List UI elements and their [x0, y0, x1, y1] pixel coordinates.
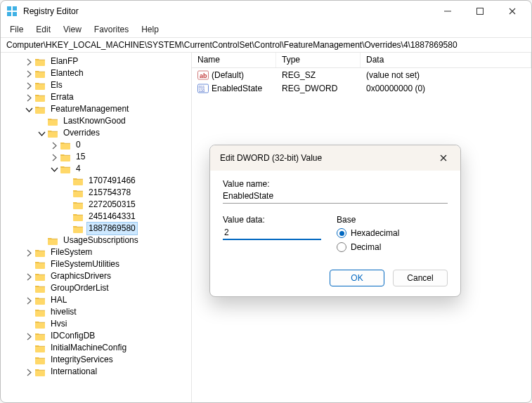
- tree-item-els[interactable]: Els: [2, 79, 191, 91]
- registry-tree[interactable]: ElanFP Elantech Els Errata FeatureManage…: [1, 53, 192, 402]
- column-header-type[interactable]: Type: [276, 53, 361, 67]
- chevron-right-icon[interactable]: [25, 81, 33, 90]
- chevron-right-icon[interactable]: [50, 153, 58, 161]
- menu-edit[interactable]: Edit: [30, 23, 57, 36]
- folder-icon: [34, 105, 46, 114]
- maximize-button[interactable]: [464, 1, 496, 22]
- menu-view[interactable]: View: [57, 23, 88, 36]
- tree-item-filesystemutilities[interactable]: FileSystemUtilities: [2, 258, 191, 270]
- folder-icon: [72, 212, 84, 222]
- folder-icon: [34, 69, 46, 79]
- tree-item-1707491466[interactable]: 1707491466: [2, 175, 191, 187]
- chevron-right-icon[interactable]: [25, 58, 33, 66]
- tree-item-2272050315[interactable]: 2272050315: [2, 199, 191, 211]
- chevron-right-icon[interactable]: [25, 249, 33, 257]
- chevron-down-icon[interactable]: [50, 165, 58, 173]
- splitter-handle[interactable]: [191, 227, 192, 256]
- folder-icon: [34, 343, 46, 353]
- regedit-icon: [6, 6, 18, 17]
- chevron-right-icon[interactable]: [25, 272, 33, 281]
- folder-icon: [34, 81, 46, 91]
- column-header-data[interactable]: Data: [361, 53, 531, 67]
- chevron-right-icon[interactable]: [25, 368, 33, 376]
- radio-hexadecimal[interactable]: Hexadecimal: [337, 228, 399, 238]
- registry-editor-window: Registry Editor File Edit View Favorites…: [0, 0, 532, 403]
- dialog-title: Edit DWORD (32-bit) Value: [220, 153, 434, 163]
- folder-icon: [34, 355, 46, 365]
- close-button[interactable]: [496, 1, 528, 22]
- folder-icon: [34, 308, 46, 317]
- value-data-label: Value data:: [223, 215, 321, 225]
- tree-item-hivelist[interactable]: hivelist: [2, 306, 191, 318]
- value-name-label: Value name:: [223, 179, 448, 189]
- dialog-title-bar[interactable]: Edit DWORD (32-bit) Value: [210, 145, 460, 171]
- string-value-icon: [197, 70, 209, 81]
- tree-item-215754378[interactable]: 215754378: [2, 187, 191, 199]
- folder-icon: [34, 93, 46, 103]
- folder-icon: [60, 140, 71, 150]
- radio-icon: [337, 242, 346, 252]
- tree-item-grouporderlist[interactable]: GroupOrderList: [2, 282, 191, 294]
- chevron-down-icon[interactable]: [25, 105, 33, 114]
- tree-item-1887869580[interactable]: 1887869580: [2, 223, 191, 234]
- address-bar[interactable]: Computer\HKEY_LOCAL_MACHINE\SYSTEM\Curre…: [1, 37, 531, 53]
- tree-item-idconfigdb[interactable]: IDConfigDB: [2, 330, 191, 342]
- value-name-field[interactable]: [223, 190, 448, 204]
- value-row-enabledstate[interactable]: EnabledState REG_DWORD 0x00000000 (0): [192, 81, 531, 95]
- folder-icon: [47, 117, 58, 126]
- tree-item-lastknowngood[interactable]: LastKnownGood: [2, 115, 191, 127]
- folder-icon: [34, 319, 46, 329]
- tree-item-elantech[interactable]: Elantech: [2, 67, 191, 79]
- tree-item-hvsi[interactable]: Hvsi: [2, 318, 191, 330]
- folder-icon: [34, 272, 46, 282]
- tree-item-2451464331[interactable]: 2451464331: [2, 211, 191, 223]
- tree-item-overrides[interactable]: Overrides: [2, 127, 191, 139]
- tree-item-errata[interactable]: Errata: [2, 91, 191, 103]
- value-data-input[interactable]: [223, 226, 321, 240]
- tree-item-filesystem[interactable]: FileSystem: [2, 246, 191, 258]
- tree-item-featuremanagement[interactable]: FeatureManagement: [2, 103, 191, 115]
- menu-file[interactable]: File: [4, 23, 30, 36]
- base-label: Base: [337, 215, 399, 225]
- folder-icon: [72, 188, 84, 198]
- ok-button[interactable]: OK: [330, 270, 384, 286]
- chevron-right-icon[interactable]: [25, 296, 33, 305]
- folder-icon: [60, 152, 71, 162]
- tree-item-integrityservices[interactable]: IntegrityServices: [2, 354, 191, 366]
- folder-icon: [34, 57, 46, 67]
- tree-item-usagesubscriptions[interactable]: UsageSubscriptions: [2, 234, 191, 246]
- dialog-close-button[interactable]: [434, 148, 453, 168]
- window-title: Registry Editor: [23, 6, 79, 16]
- folder-icon: [72, 200, 84, 210]
- tree-item-15[interactable]: 15: [2, 151, 191, 163]
- tree-item-4[interactable]: 4: [2, 163, 191, 175]
- chevron-right-icon[interactable]: [25, 332, 33, 341]
- menu-help[interactable]: Help: [135, 23, 165, 36]
- tree-item-elanfp[interactable]: ElanFP: [2, 55, 191, 67]
- tree-item-0[interactable]: 0: [2, 139, 191, 151]
- folder-icon: [60, 164, 71, 174]
- value-list-header: Name Type Data: [192, 53, 531, 68]
- chevron-right-icon[interactable]: [50, 141, 58, 150]
- folder-icon: [47, 236, 58, 246]
- chevron-down-icon[interactable]: [37, 129, 46, 138]
- tree-item-international[interactable]: International: [2, 366, 191, 378]
- cancel-button[interactable]: Cancel: [393, 270, 448, 286]
- chevron-right-icon[interactable]: [25, 70, 33, 78]
- chevron-right-icon[interactable]: [25, 93, 33, 102]
- value-row-default[interactable]: (Default) REG_SZ (value not set): [192, 68, 531, 81]
- minimize-button[interactable]: [432, 1, 464, 22]
- menu-favorites[interactable]: Favorites: [88, 23, 135, 36]
- binary-value-icon: [197, 83, 209, 94]
- column-header-name[interactable]: Name: [192, 53, 276, 67]
- tree-item-graphicsdrivers[interactable]: GraphicsDrivers: [2, 270, 191, 282]
- tree-item-initialmachineconfig[interactable]: InitialMachineConfig: [2, 342, 191, 354]
- tree-item-hal[interactable]: HAL: [2, 294, 191, 306]
- folder-icon: [34, 367, 46, 377]
- radio-decimal[interactable]: Decimal: [337, 242, 399, 252]
- menu-bar: File Edit View Favorites Help: [1, 22, 531, 37]
- folder-icon: [34, 260, 46, 270]
- folder-icon: [34, 331, 46, 341]
- folder-icon: [72, 224, 84, 234]
- title-bar: Registry Editor: [1, 1, 531, 22]
